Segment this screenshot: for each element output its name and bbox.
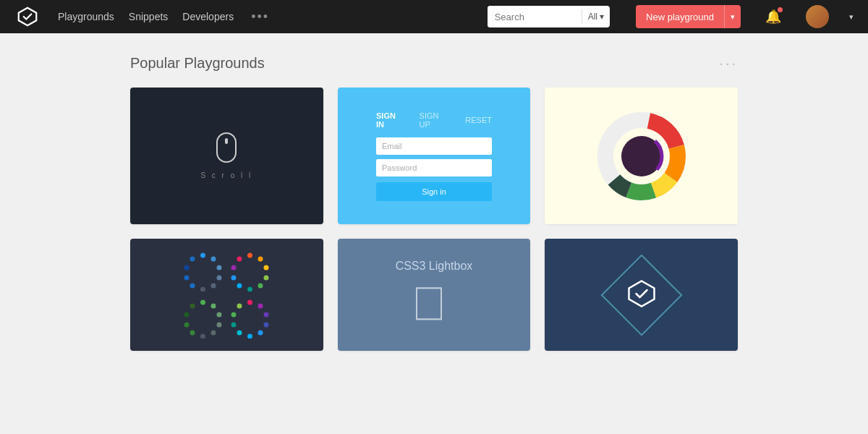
svg-point-14 — [200, 286, 205, 292]
svg-point-20 — [258, 256, 263, 261]
nav-links: Playgrounds Snippets Developers — [58, 11, 234, 22]
card-thumbnail-6 — [545, 239, 738, 351]
form-submit-button: Sign in — [376, 182, 492, 201]
dot-ring-blue — [183, 252, 223, 292]
svg-point-9 — [200, 252, 205, 258]
navbar: Playgrounds Snippets Developers ••• All … — [0, 0, 868, 33]
svg-point-27 — [231, 265, 237, 270]
svg-point-35 — [190, 330, 195, 335]
form-tabs: SIGN IN SIGN UP RESET — [376, 111, 492, 129]
card-thumbnail-3 — [545, 88, 738, 224]
logo[interactable] — [14, 4, 41, 30]
svg-point-40 — [258, 303, 263, 308]
svg-point-11 — [217, 265, 222, 270]
dot-rings-grid — [183, 252, 270, 339]
svg-point-34 — [200, 333, 205, 339]
section-title: Popular Playgrounds — [130, 55, 265, 72]
svg-point-12 — [217, 275, 222, 280]
form-password-field: Password — [376, 159, 492, 176]
dot-ring-colorful — [230, 252, 270, 292]
mouse-wheel — [225, 138, 228, 144]
svg-point-41 — [264, 312, 269, 317]
svg-point-38 — [190, 303, 195, 308]
svg-point-43 — [258, 330, 263, 335]
card-codepad-logo[interactable]: Codepad Logo Animation v2, by Raul ♥ 58 — [545, 239, 738, 351]
dot-ring-green — [183, 299, 223, 339]
svg-point-37 — [184, 312, 190, 317]
avatar-image — [806, 5, 829, 28]
search-filter-chevron: ▾ — [600, 12, 604, 22]
svg-point-42 — [264, 322, 269, 327]
svg-point-32 — [217, 322, 222, 327]
card-thumbnail-2: SIGN IN SIGN UP RESET Email Password Sig… — [338, 88, 531, 224]
svg-point-10 — [211, 256, 216, 261]
new-playground-label: New playground — [636, 12, 724, 22]
avatar-dropdown-chevron[interactable]: ▾ — [849, 12, 854, 22]
form-tab-reset: RESET — [465, 116, 492, 124]
nav-developers[interactable]: Developers — [182, 11, 234, 22]
lightbox-frame-front — [416, 287, 442, 320]
form-password-placeholder: Password — [382, 163, 417, 172]
svg-point-24 — [247, 286, 252, 292]
form-email-field: Email — [376, 137, 492, 155]
diamond-shape — [600, 254, 682, 336]
dot-ring-multi — [230, 299, 270, 339]
svg-point-47 — [231, 312, 237, 317]
playground-grid: S c r o l l Scroll Micro Animation in CS… — [130, 88, 738, 351]
section-header: Popular Playgrounds ··· — [130, 55, 738, 72]
svg-point-39 — [247, 299, 252, 305]
svg-point-23 — [258, 283, 263, 288]
form-submit-label: Sign in — [422, 187, 446, 196]
scroll-text: S c r o l l — [200, 171, 252, 179]
svg-point-19 — [247, 252, 252, 258]
form-tab-signin: SIGN IN — [376, 111, 405, 129]
svg-marker-49 — [629, 281, 654, 306]
form-tab-signup: SIGN UP — [420, 111, 451, 129]
section-more-dots[interactable]: ··· — [719, 55, 738, 72]
search-bar: All ▾ — [488, 6, 610, 27]
card-css-loading[interactable]: CSS Loading Animation, by Avan C. ♥ 62 — [130, 239, 323, 351]
lightbox-title: CSS3 Lightbox — [396, 260, 473, 273]
search-input[interactable] — [488, 6, 582, 27]
donut-chart — [595, 109, 689, 203]
card-scroll-animation[interactable]: S c r o l l Scroll Micro Animation in CS… — [130, 88, 323, 224]
svg-point-33 — [211, 330, 216, 335]
nav-more-dots[interactable]: ••• — [251, 9, 269, 25]
nav-playgrounds[interactable]: Playgrounds — [58, 11, 114, 22]
notifications-bell[interactable]: 🔔 — [765, 9, 781, 25]
svg-point-25 — [237, 283, 242, 288]
svg-point-18 — [190, 256, 195, 261]
svg-point-31 — [217, 312, 222, 317]
svg-point-22 — [264, 275, 269, 280]
diamond-logo — [627, 279, 656, 311]
search-filter-dropdown[interactable]: All ▾ — [582, 12, 610, 22]
svg-point-36 — [184, 322, 190, 327]
card-thumbnail-4 — [130, 239, 323, 351]
svg-point-28 — [237, 256, 242, 261]
svg-marker-0 — [19, 8, 37, 26]
svg-point-45 — [237, 330, 242, 335]
card-thumbnail-5: CSS3 Lightbox — [338, 239, 531, 351]
card-signin-form[interactable]: SIGN IN SIGN UP RESET Email Password Sig… — [338, 88, 531, 224]
svg-point-46 — [231, 322, 237, 327]
new-playground-arrow-icon[interactable]: ▾ — [725, 12, 741, 22]
new-playground-button[interactable]: New playground ▾ — [636, 5, 741, 28]
nav-snippets[interactable]: Snippets — [129, 11, 168, 22]
card-css-lightbox[interactable]: CSS3 Lightbox Responsive CSS Lightbox wi… — [338, 239, 531, 351]
card-thumbnail-1: S c r o l l — [130, 88, 323, 224]
svg-point-21 — [264, 265, 269, 270]
notification-dot — [778, 7, 783, 12]
svg-point-13 — [211, 283, 216, 288]
main-content: Popular Playgrounds ··· S c r o l l Scro… — [0, 33, 868, 365]
svg-point-26 — [231, 275, 237, 280]
avatar[interactable] — [806, 5, 829, 28]
svg-point-30 — [211, 303, 216, 308]
search-filter-label: All — [588, 12, 597, 22]
svg-point-15 — [190, 283, 195, 288]
svg-point-17 — [184, 265, 190, 270]
svg-point-29 — [200, 299, 205, 305]
card-rainbow-loader[interactable]: Rainbow loader, by Avan C. ♥ 70 — [545, 88, 738, 224]
svg-point-16 — [184, 275, 190, 280]
svg-point-44 — [247, 333, 252, 339]
svg-point-48 — [237, 303, 242, 308]
